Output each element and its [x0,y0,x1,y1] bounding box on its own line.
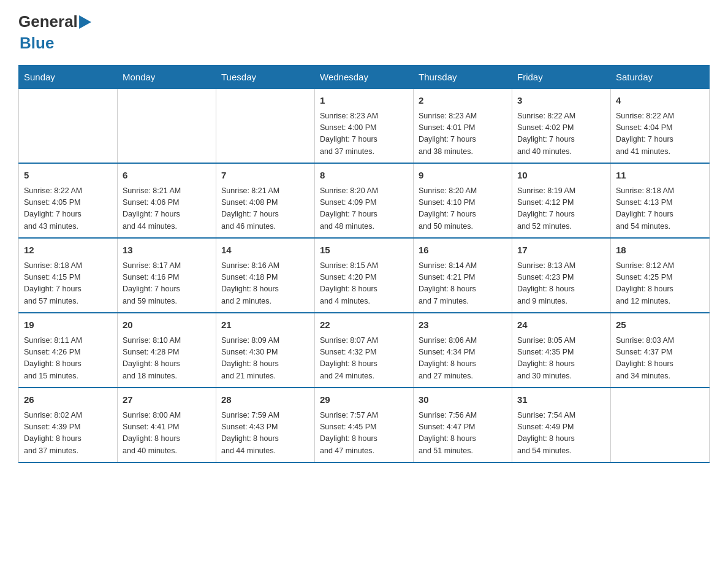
calendar-cell: 1Sunrise: 8:23 AM Sunset: 4:00 PM Daylig… [315,89,414,164]
day-number: 31 [517,393,605,407]
day-info: Sunrise: 8:02 AM Sunset: 4:39 PM Dayligh… [24,410,112,458]
day-number: 11 [616,169,704,183]
day-info: Sunrise: 8:07 AM Sunset: 4:32 PM Dayligh… [320,335,408,383]
calendar-header: SundayMondayTuesdayWednesdayThursdayFrid… [19,66,710,89]
calendar-cell: 18Sunrise: 8:12 AM Sunset: 4:25 PM Dayli… [611,238,710,313]
header-day-friday: Friday [512,66,611,89]
day-number: 25 [616,318,704,332]
day-number: 10 [517,169,605,183]
calendar-cell: 29Sunrise: 7:57 AM Sunset: 4:45 PM Dayli… [315,388,414,462]
day-number: 2 [419,94,507,108]
day-number: 20 [123,318,211,332]
calendar-cell: 20Sunrise: 8:10 AM Sunset: 4:28 PM Dayli… [118,313,216,388]
page-header: GeneralBlue [18,12,710,53]
calendar-cell: 16Sunrise: 8:14 AM Sunset: 4:21 PM Dayli… [414,238,512,313]
calendar-cell: 24Sunrise: 8:05 AM Sunset: 4:35 PM Dayli… [512,313,611,388]
day-info: Sunrise: 8:20 AM Sunset: 4:09 PM Dayligh… [320,185,408,233]
calendar-table: SundayMondayTuesdayWednesdayThursdayFrid… [18,65,710,463]
day-info: Sunrise: 8:22 AM Sunset: 4:02 PM Dayligh… [517,110,605,158]
calendar-cell [216,89,315,164]
header-day-saturday: Saturday [611,66,710,89]
calendar-cell: 19Sunrise: 8:11 AM Sunset: 4:26 PM Dayli… [19,313,118,388]
day-info: Sunrise: 7:56 AM Sunset: 4:47 PM Dayligh… [419,410,507,458]
day-info: Sunrise: 8:12 AM Sunset: 4:25 PM Dayligh… [616,260,704,308]
day-info: Sunrise: 8:18 AM Sunset: 4:13 PM Dayligh… [616,185,704,233]
calendar-cell: 25Sunrise: 8:03 AM Sunset: 4:37 PM Dayli… [611,313,710,388]
calendar-cell [611,388,710,462]
day-number: 13 [123,243,211,258]
day-info: Sunrise: 8:15 AM Sunset: 4:20 PM Dayligh… [320,260,408,308]
day-info: Sunrise: 8:09 AM Sunset: 4:30 PM Dayligh… [221,335,309,383]
day-info: Sunrise: 8:14 AM Sunset: 4:21 PM Dayligh… [419,260,507,308]
day-info: Sunrise: 8:23 AM Sunset: 4:00 PM Dayligh… [320,110,408,158]
calendar-cell: 5Sunrise: 8:22 AM Sunset: 4:05 PM Daylig… [19,163,118,238]
calendar-cell: 13Sunrise: 8:17 AM Sunset: 4:16 PM Dayli… [118,238,216,313]
calendar-cell: 10Sunrise: 8:19 AM Sunset: 4:12 PM Dayli… [512,163,611,238]
day-info: Sunrise: 7:57 AM Sunset: 4:45 PM Dayligh… [320,410,408,458]
day-info: Sunrise: 8:21 AM Sunset: 4:08 PM Dayligh… [221,185,309,233]
calendar-cell [19,89,118,164]
day-number: 8 [320,169,408,183]
logo-arrow-icon [79,15,91,29]
calendar-cell: 8Sunrise: 8:20 AM Sunset: 4:09 PM Daylig… [315,163,414,238]
day-info: Sunrise: 8:21 AM Sunset: 4:06 PM Dayligh… [123,185,211,233]
day-number: 18 [616,243,704,258]
day-info: Sunrise: 8:05 AM Sunset: 4:35 PM Dayligh… [517,335,605,383]
svg-marker-0 [79,15,91,29]
day-info: Sunrise: 8:06 AM Sunset: 4:34 PM Dayligh… [419,335,507,383]
day-info: Sunrise: 8:03 AM Sunset: 4:37 PM Dayligh… [616,335,704,383]
calendar-cell: 15Sunrise: 8:15 AM Sunset: 4:20 PM Dayli… [315,238,414,313]
day-info: Sunrise: 7:54 AM Sunset: 4:49 PM Dayligh… [517,410,605,458]
calendar-cell: 28Sunrise: 7:59 AM Sunset: 4:43 PM Dayli… [216,388,315,462]
calendar-cell: 6Sunrise: 8:21 AM Sunset: 4:06 PM Daylig… [118,163,216,238]
calendar-cell: 21Sunrise: 8:09 AM Sunset: 4:30 PM Dayli… [216,313,315,388]
day-number: 24 [517,318,605,332]
day-number: 12 [24,243,112,258]
calendar-body: 1Sunrise: 8:23 AM Sunset: 4:00 PM Daylig… [19,89,710,463]
day-info: Sunrise: 8:23 AM Sunset: 4:01 PM Dayligh… [419,110,507,158]
day-number: 30 [419,393,507,407]
day-number: 9 [419,169,507,183]
day-number: 22 [320,318,408,332]
header-day-sunday: Sunday [19,66,118,89]
calendar-week-1: 1Sunrise: 8:23 AM Sunset: 4:00 PM Daylig… [19,89,710,164]
day-info: Sunrise: 7:59 AM Sunset: 4:43 PM Dayligh… [221,410,309,458]
logo-general-text: General [18,12,78,31]
day-number: 1 [320,94,408,108]
calendar-week-4: 19Sunrise: 8:11 AM Sunset: 4:26 PM Dayli… [19,313,710,388]
calendar-week-5: 26Sunrise: 8:02 AM Sunset: 4:39 PM Dayli… [19,388,710,462]
day-number: 16 [419,243,507,258]
day-number: 14 [221,243,309,258]
day-info: Sunrise: 8:11 AM Sunset: 4:26 PM Dayligh… [24,335,112,383]
day-info: Sunrise: 8:22 AM Sunset: 4:05 PM Dayligh… [24,185,112,233]
calendar-cell: 12Sunrise: 8:18 AM Sunset: 4:15 PM Dayli… [19,238,118,313]
logo-blue-text: Blue [20,34,54,53]
calendar-cell: 11Sunrise: 8:18 AM Sunset: 4:13 PM Dayli… [611,163,710,238]
calendar-cell: 2Sunrise: 8:23 AM Sunset: 4:01 PM Daylig… [414,89,512,164]
header-day-monday: Monday [118,66,216,89]
calendar-cell: 27Sunrise: 8:00 AM Sunset: 4:41 PM Dayli… [118,388,216,462]
calendar-cell: 31Sunrise: 7:54 AM Sunset: 4:49 PM Dayli… [512,388,611,462]
day-number: 6 [123,169,211,183]
calendar-cell: 23Sunrise: 8:06 AM Sunset: 4:34 PM Dayli… [414,313,512,388]
calendar-cell: 7Sunrise: 8:21 AM Sunset: 4:08 PM Daylig… [216,163,315,238]
day-number: 28 [221,393,309,407]
calendar-cell: 4Sunrise: 8:22 AM Sunset: 4:04 PM Daylig… [611,89,710,164]
calendar-cell: 14Sunrise: 8:16 AM Sunset: 4:18 PM Dayli… [216,238,315,313]
day-number: 19 [24,318,112,332]
header-day-thursday: Thursday [414,66,512,89]
header-day-tuesday: Tuesday [216,66,315,89]
calendar-week-2: 5Sunrise: 8:22 AM Sunset: 4:05 PM Daylig… [19,163,710,238]
day-number: 21 [221,318,309,332]
day-info: Sunrise: 8:16 AM Sunset: 4:18 PM Dayligh… [221,260,309,308]
day-number: 27 [123,393,211,407]
calendar-cell: 17Sunrise: 8:13 AM Sunset: 4:23 PM Dayli… [512,238,611,313]
day-info: Sunrise: 8:13 AM Sunset: 4:23 PM Dayligh… [517,260,605,308]
calendar-cell: 22Sunrise: 8:07 AM Sunset: 4:32 PM Dayli… [315,313,414,388]
day-number: 4 [616,94,704,108]
day-number: 29 [320,393,408,407]
calendar-cell: 9Sunrise: 8:20 AM Sunset: 4:10 PM Daylig… [414,163,512,238]
calendar-cell: 26Sunrise: 8:02 AM Sunset: 4:39 PM Dayli… [19,388,118,462]
calendar-cell: 3Sunrise: 8:22 AM Sunset: 4:02 PM Daylig… [512,89,611,164]
logo: GeneralBlue [18,12,91,53]
